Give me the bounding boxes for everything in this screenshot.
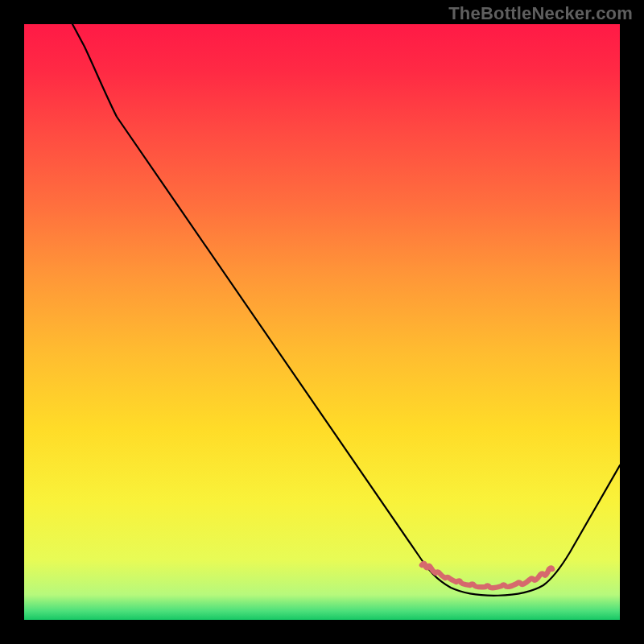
chart-stage: TheBottleNecker.com [0,0,644,644]
plot-svg [24,24,620,620]
watermark-text: TheBottleNecker.com [448,3,633,24]
gradient-rect [24,24,620,620]
plot-area [24,24,620,620]
